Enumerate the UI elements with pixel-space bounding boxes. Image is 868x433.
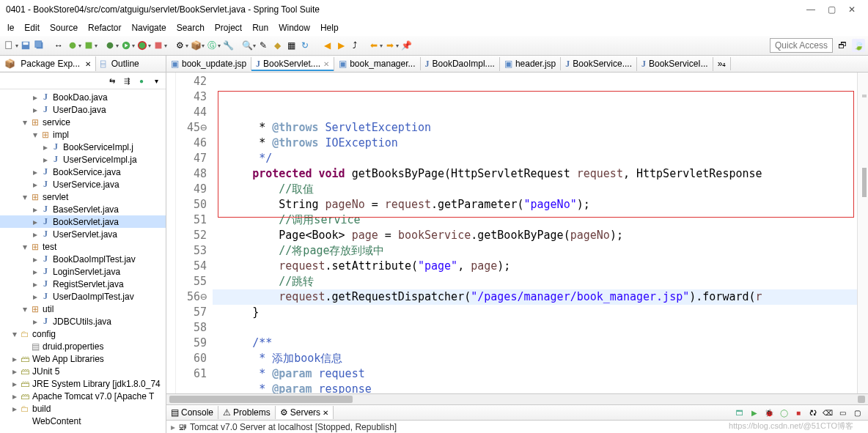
bottom-tab-servers[interactable]: ⚙Servers ✕ xyxy=(276,406,334,419)
menu-window[interactable]: Window xyxy=(274,22,315,34)
tree-item[interactable]: ▸JBaseServlet.java xyxy=(0,203,166,215)
editor-tab[interactable]: JBookServiceI... xyxy=(637,57,713,71)
coverage-icon[interactable] xyxy=(136,39,149,52)
open-type-icon[interactable]: 🔧 xyxy=(221,39,235,52)
code-line[interactable]: /** xyxy=(213,336,857,351)
code-line[interactable]: * @param request xyxy=(213,366,857,382)
tree-item[interactable]: ▸JBookDao.java xyxy=(0,91,166,103)
step-icon[interactable]: ⤴ xyxy=(348,39,361,52)
tree-twisty-icon[interactable]: ▸ xyxy=(41,142,50,152)
tree-twisty-icon[interactable]: ▾ xyxy=(21,304,29,314)
tree-twisty-icon[interactable]: ▸ xyxy=(10,391,19,401)
refresh-icon[interactable]: ↻ xyxy=(298,39,312,52)
new-icon[interactable] xyxy=(3,39,16,52)
search-icon[interactable]: 🔍 xyxy=(240,39,254,52)
task-icon[interactable]: ▦ xyxy=(284,39,298,52)
tree-item[interactable]: ▾⊞test xyxy=(0,240,166,253)
menu-project[interactable]: Project xyxy=(210,22,246,34)
tree-item[interactable]: ▾⊞util xyxy=(0,303,166,315)
menu-le[interactable]: le xyxy=(3,22,18,34)
menu-source[interactable]: Source xyxy=(45,22,82,34)
annotation-icon[interactable]: ◆ xyxy=(271,39,284,52)
tree-twisty-icon[interactable]: ▸ xyxy=(31,217,40,227)
debug-icon[interactable] xyxy=(103,39,117,52)
code-line[interactable]: String pageNo = request.getParameter("pa… xyxy=(213,197,857,212)
tree-twisty-icon[interactable]: ▾ xyxy=(21,117,29,127)
menu-refactor[interactable]: Refactor xyxy=(84,22,125,34)
tree-twisty-icon[interactable]: ▸ xyxy=(31,105,40,115)
tree-twisty-icon[interactable]: ▸ xyxy=(10,379,19,389)
tree-item[interactable]: ▸JJDBCUtils.java xyxy=(0,315,166,327)
tree-item[interactable]: ▸JUserDaoImplTest.jav xyxy=(0,290,166,303)
outline-tab[interactable]: ⌸ Outline xyxy=(96,56,143,71)
boot-icon[interactable] xyxy=(66,39,79,52)
run-icon[interactable] xyxy=(119,39,133,52)
editor-tab[interactable]: JBookService.... xyxy=(561,57,637,71)
tree-twisty-icon[interactable]: ▸ xyxy=(31,92,40,103)
servers-view-content[interactable]: ▸ 🖳 Tomcat v7.0 Server at localhost [Sto… xyxy=(166,421,868,433)
tree-twisty-icon[interactable]: ▸ xyxy=(31,279,40,289)
tree-item[interactable]: ▾⊞service xyxy=(0,116,166,128)
tree-twisty-icon[interactable]: ▸ xyxy=(31,267,40,277)
code-line[interactable]: */ xyxy=(213,151,857,166)
tree-item[interactable]: ▸JBookDaoImplTest.jav xyxy=(0,253,166,265)
tree-item[interactable]: ▸🗃JRE System Library [jdk1.8.0_74 xyxy=(0,377,166,390)
server-new-icon[interactable]: 🗔 xyxy=(733,406,746,419)
focus-icon[interactable]: ● xyxy=(135,74,148,87)
tree-twisty-icon[interactable]: ▸ xyxy=(31,180,40,190)
pin-icon[interactable]: 📌 xyxy=(400,39,413,52)
tree-twisty-icon[interactable]: ▾ xyxy=(21,192,29,202)
server-profile-icon[interactable]: ◯ xyxy=(777,406,790,419)
code-line[interactable]: //将page存放到域中 xyxy=(213,243,857,259)
save-all-icon[interactable] xyxy=(33,39,46,52)
perspective-spring-icon[interactable]: 🍃 xyxy=(852,39,865,52)
editor-h-scrollbar[interactable] xyxy=(166,393,868,404)
editor-tab[interactable]: ▣book_update.jsp xyxy=(166,57,251,70)
tree-item[interactable]: ▸JBookServiceImpl.j xyxy=(0,141,166,153)
editor-tab[interactable]: JBookDaoImpl.... xyxy=(421,57,500,71)
tree-twisty-icon[interactable]: ▸ xyxy=(31,229,40,240)
code-line[interactable]: Page<Book> page = bookService.getBookByP… xyxy=(213,228,857,243)
tree-item[interactable]: ▤druid.properties xyxy=(0,340,166,352)
editor-tab[interactable]: JBookServlet....✕ xyxy=(251,57,334,71)
tree-item[interactable]: ▸JBookService.java xyxy=(0,166,166,178)
tree-item[interactable]: ▸JUserServlet.java xyxy=(0,228,166,240)
last-edit-icon[interactable]: ⬅ xyxy=(367,39,380,52)
code-line[interactable]: request.setAttribute("page", page); xyxy=(213,259,857,274)
tree-item[interactable]: ▸JBookServlet.java xyxy=(0,215,166,228)
tree-twisty-icon[interactable]: ▾ xyxy=(31,130,40,140)
menu-edit[interactable]: Edit xyxy=(20,22,44,34)
close-icon[interactable]: ✕ xyxy=(323,409,328,417)
server-entry[interactable]: Tomcat v7.0 Server at localhost [Stopped… xyxy=(190,422,397,432)
tree-item[interactable]: ▸JUserDao.java xyxy=(0,103,166,116)
server-start-icon[interactable]: ▶ xyxy=(748,406,761,419)
overview-ruler[interactable] xyxy=(857,73,868,393)
code-line[interactable]: //取值 xyxy=(213,182,857,197)
code-line[interactable]: * @throws ServletException xyxy=(213,120,857,136)
code-line[interactable]: * @param response xyxy=(213,382,857,393)
tree-item[interactable]: ▾⊞impl xyxy=(0,128,166,141)
tree-twisty-icon[interactable]: ▸ xyxy=(31,167,40,177)
perspective-java-icon[interactable]: 🗗 xyxy=(836,39,849,52)
chevron-right-icon[interactable]: ▸ xyxy=(171,422,175,432)
tree-twisty-icon[interactable]: ▸ xyxy=(31,204,40,215)
package-explorer-tab[interactable]: 📦 Package Exp... ✕ xyxy=(0,56,96,71)
tree-twisty-icon[interactable]: ▸ xyxy=(41,155,50,165)
code-line[interactable]: //调用service xyxy=(213,212,857,228)
menu-search[interactable]: Search xyxy=(172,22,209,34)
project-tree[interactable]: ▸JBookDao.java▸JUserDao.java▾⊞service▾⊞i… xyxy=(0,89,166,433)
window-minimize-icon[interactable]: — xyxy=(801,3,821,16)
menu-run[interactable]: Run xyxy=(248,22,273,34)
collapse-all-icon[interactable]: ⇆ xyxy=(106,74,119,87)
quick-access-input[interactable]: Quick Access xyxy=(770,38,833,53)
code-line[interactable]: * @throws IOException xyxy=(213,136,857,151)
server-debug-icon[interactable]: 🐞 xyxy=(762,406,776,419)
code-line[interactable]: protected void getBooksByPage(HttpServle… xyxy=(213,166,857,182)
save-icon[interactable] xyxy=(19,39,32,52)
bottom-tab-problems[interactable]: ⚠Problems xyxy=(218,406,276,419)
server-publish-icon[interactable]: 🗘 xyxy=(806,406,820,419)
tree-twisty-icon[interactable]: ▾ xyxy=(10,329,19,339)
toggle-mark-icon[interactable]: ✎ xyxy=(257,39,270,52)
ext-tools-icon[interactable] xyxy=(152,39,165,52)
stop-boot-icon[interactable] xyxy=(82,39,95,52)
